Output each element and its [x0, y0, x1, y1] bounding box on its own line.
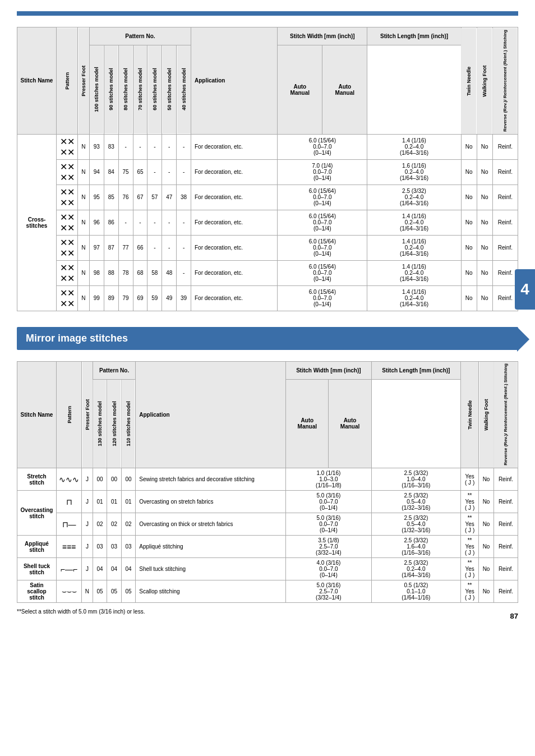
pattern-num-cell: 59 — [147, 285, 162, 311]
reverse-cell: Reinf. — [492, 210, 518, 235]
stitch-width-cell: 6.0 (15/64)0.0–7.0(0–1/4) — [278, 185, 367, 210]
application-cell: For decoration, etc. — [191, 210, 278, 235]
pattern-num-cell: 76 — [118, 185, 133, 210]
mirror-walking-foot-cell: No — [479, 513, 494, 536]
mirror-pattern-num-cell: 02 — [107, 513, 121, 536]
stitch-width-cell: 6.0 (15/64)0.0–7.0(0–1/4) — [278, 285, 367, 311]
pattern-num-cell: - — [133, 210, 147, 235]
pattern-num-cell: 98 — [89, 260, 104, 285]
stitch-name-header: Stitch Name — [17, 27, 57, 135]
mirror-pattern-num-cell: 03 — [121, 536, 135, 558]
mirror-auto-manual-length: AutoManual — [329, 379, 371, 468]
mirror-stitch-length-cell: 2.5 (3/32)0.5–4.0(1/32–3/16) — [371, 491, 460, 513]
pattern-header: Pattern — [57, 27, 78, 135]
pattern-num-cell: 97 — [89, 235, 104, 260]
pattern-num-cell: 49 — [162, 285, 177, 311]
mirror-stitch-width-cell: 3.5 (1/8)2.5–7.0(3/32–1/4) — [286, 536, 371, 558]
mirror-col-110-header: 110 stitches model — [121, 379, 135, 468]
col-50-header: 50 stitches model — [162, 45, 177, 134]
col-40-header: 40 stitches model — [177, 45, 191, 134]
pattern-num-cell: - — [162, 159, 177, 185]
walking-foot-cell: No — [477, 134, 492, 159]
mirror-presser-foot-header: Presser Foot — [82, 361, 93, 468]
walking-foot-cell: No — [477, 285, 492, 311]
pattern-num-cell: - — [162, 210, 177, 235]
application-cell: For decoration, etc. — [191, 285, 278, 311]
mirror-stitch-length-cell: 2.5 (3/32)0.2–4.0(1/64–3/16) — [371, 558, 460, 580]
page-number: 87 — [510, 612, 518, 620]
stitch-width-cell: 7.0 (1/4)0.0–7.0(0–1/4) — [278, 159, 367, 185]
mirror-stitch-length-header: Stitch Length [mm (inch)] — [371, 361, 460, 379]
pattern-num-cell: 94 — [89, 159, 104, 185]
pattern-num-cell: - — [177, 260, 191, 285]
table-row: ✕✕✕✕ — [57, 134, 78, 159]
mirror-reverse-cell: Reinf. — [494, 468, 518, 491]
mirror-stitch-width-header: Stitch Width [mm (inch)] — [286, 361, 371, 379]
mirror-pattern-num-cell: 00 — [107, 468, 121, 491]
mirror-presser-foot-cell: J — [82, 491, 93, 513]
twin-needle-cell: No — [461, 285, 477, 311]
presser-foot-cell: N — [78, 210, 90, 235]
pattern-num-cell: 48 — [162, 260, 177, 285]
mirror-application-cell: Overcasting on stretch fabrics — [136, 491, 286, 513]
pattern-num-cell: 83 — [104, 134, 118, 159]
stitch-length-header: Stitch Length [mm (inch)] — [367, 27, 461, 45]
auto-manual-length: AutoManual — [322, 45, 367, 134]
pattern-num-cell: 96 — [89, 210, 104, 235]
presser-foot-cell: N — [78, 134, 90, 159]
mirror-stitch-name: Stretch stitch — [17, 468, 57, 491]
reverse-cell: Reinf. — [492, 159, 518, 185]
cross-stitch-category: Cross-stitches — [17, 134, 57, 311]
mirror-stitch-name: Shell tuck stitch — [17, 558, 57, 580]
footnote: **Select a stitch width of 5.0 mm (3/16 … — [17, 609, 518, 615]
pattern-num-cell: 39 — [177, 285, 191, 311]
twin-needle-cell: No — [461, 260, 477, 285]
mirror-presser-foot-cell: J — [82, 468, 93, 491]
walking-foot-cell: No — [477, 185, 492, 210]
mirror-stitch-width-cell: 1.0 (1/16)1.0–3.0(1/16–1/8) — [286, 468, 371, 491]
pattern-num-cell: - — [162, 134, 177, 159]
mirror-walking-foot-cell: No — [479, 468, 494, 491]
application-cell: For decoration, etc. — [191, 159, 278, 185]
stitch-length-cell: 1.4 (1/16)0.2–4.0(1/64–3/16) — [367, 260, 461, 285]
application-cell: For decoration, etc. — [191, 260, 278, 285]
walking-foot-header: Walking Foot — [477, 27, 492, 135]
mirror-stitch-name: Satin scallop stitch — [17, 580, 57, 603]
walking-foot-cell: No — [477, 235, 492, 260]
mirror-stitch-length-cell: 2.5 (3/32)0.5–4.0(1/32–3/16) — [371, 513, 460, 536]
twin-needle-cell: No — [461, 134, 477, 159]
mirror-pattern-num-cell: 01 — [107, 491, 121, 513]
mirror-reverse-cell: Reinf. — [494, 536, 518, 558]
col-100-header: 100 stitches model — [89, 45, 104, 134]
mirror-twin-needle-cell: **Yes( J ) — [461, 513, 479, 536]
pattern-num-cell: 47 — [162, 185, 177, 210]
mirror-reverse-cell: Reinf. — [494, 513, 518, 536]
stitch-length-cell: 1.4 (1/16)0.2–4.0(1/64–3/16) — [367, 285, 461, 311]
pattern-num-cell: 68 — [133, 260, 147, 285]
stitch-length-cell: 1.4 (1/16)0.2–4.0(1/64–3/16) — [367, 210, 461, 235]
pattern-num-cell: 93 — [89, 134, 104, 159]
mirror-application-cell: Sewing stretch fabrics and decorative st… — [136, 468, 286, 491]
mirror-stitch-width-cell: 5.0 (3/16)0.0–7.0(0–1/4) — [286, 491, 371, 513]
mirror-pattern-num-cell: 01 — [121, 491, 135, 513]
mirror-pattern-num-cell: 02 — [121, 513, 135, 536]
table-row: ✕✕✕✕ — [57, 185, 78, 210]
mirror-stitch-name-header: Stitch Name — [17, 361, 57, 468]
mirror-section-title: Mirror image stitches — [26, 333, 128, 344]
pattern-no-header: Pattern No. — [89, 27, 191, 45]
mirror-application-cell: Scallop stitching — [136, 580, 286, 603]
presser-foot-cell: N — [78, 185, 90, 210]
mirror-stitch-width-cell: 4.0 (3/16)0.0–7.0(0–1/4) — [286, 558, 371, 580]
mirror-reverse-cell: Reinf. — [494, 580, 518, 603]
pattern-num-cell: - — [147, 210, 162, 235]
presser-foot-cell: N — [78, 285, 90, 311]
twin-needle-cell: No — [461, 235, 477, 260]
pattern-num-cell: 99 — [89, 285, 104, 311]
twin-needle-cell: No — [461, 159, 477, 185]
mirror-pattern-num-cell: 00 — [121, 468, 135, 491]
col-80-header: 80 stitches model — [118, 45, 133, 134]
stitch-length-cell: 1.4 (1/16)0.2–4.0(1/64–3/16) — [367, 235, 461, 260]
mirror-application-cell: Appliqué stitching — [136, 536, 286, 558]
mirror-twin-needle-cell: Yes( J ) — [461, 468, 479, 491]
table-row: ✕✕✕✕ — [57, 260, 78, 285]
